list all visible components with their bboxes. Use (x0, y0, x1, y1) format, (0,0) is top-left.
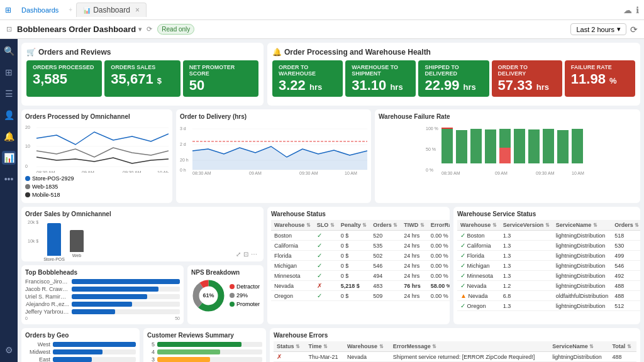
bobble-nps-row: Top Bobbleheads Francisco_Jiro M... Jaco… (21, 265, 264, 324)
processing-icon: 🔔 (272, 48, 282, 57)
svg-text:09 AM: 09 AM (495, 171, 508, 175)
left-col: Order Sales by Omnichannel 20k $ 10k $ (21, 207, 264, 324)
sidebar-search-icon[interactable]: 🔍 (2, 44, 16, 58)
svg-rect-37 (557, 130, 569, 163)
col-ws-warehouse[interactable]: Warehouse ⇅ (457, 220, 500, 231)
col-err-service[interactable]: ServiceName ⇅ (549, 341, 609, 352)
legend-mobile: Mobile-518 (25, 192, 169, 198)
sidebar-bell-icon[interactable]: 🔔 (2, 129, 16, 143)
dashboards-icon: ⊞ (5, 6, 11, 14)
second-bar: ⊡ Bobblenears Order Dashboard ▾ ⟳ Read o… (0, 20, 644, 39)
svg-rect-36 (543, 129, 554, 163)
tab-dashboards[interactable]: Dashboards (15, 4, 65, 16)
svg-text:09:30 AM: 09:30 AM (536, 171, 555, 175)
svg-text:10 AM: 10 AM (345, 171, 357, 175)
nps-donut-chart: 61% (191, 278, 226, 313)
col-err-message[interactable]: ErrorMessage ⇅ (390, 341, 550, 352)
table-row: ✓ Oregon1.3lightningDistribution512 (457, 301, 640, 311)
svg-text:50 %: 50 % (426, 147, 436, 151)
orders-kpi-row: Orders Processed 3,585 Orders Sales 35,6… (26, 60, 258, 97)
svg-rect-28 (441, 128, 453, 129)
col-err-status[interactable]: Status ⇅ (274, 341, 306, 352)
legend-store: Store-POS-2929 (25, 175, 169, 182)
copy-icon[interactable]: ⊡ (243, 251, 248, 258)
sidebar-chart-icon[interactable]: 📊 (2, 151, 16, 165)
col-err-time[interactable]: Time ⇅ (306, 341, 344, 352)
svg-text:100 %: 100 % (426, 126, 438, 131)
orders-icon: 🛒 (26, 48, 36, 57)
col-errorrate[interactable]: ErrorRate ⇅ (428, 220, 450, 231)
table-row: Michigan ✓ 0 $ 546 24 hrs 0.00 % (271, 261, 450, 271)
warehouse-to-shipment-card: Warehouse to Shipment 31.10 hrs (345, 60, 416, 97)
col-warehouse[interactable]: Warehouse ⇅ (271, 220, 314, 231)
order-to-warehouse-card: Order to Warehouse 3.22 hrs (272, 60, 343, 97)
top-bobbleheads-panel: Top Bobbleheads Francisco_Jiro M... Jaco… (21, 265, 184, 324)
warehouse-errors-table: Status ⇅ Time ⇅ Warehouse ⇅ ErrorMessage… (274, 341, 636, 362)
nps-legend-passive: 29% (230, 292, 260, 299)
processing-title: 🔔 Order Processing and Warehouse Health (272, 48, 635, 57)
sidebar-dot-icon[interactable]: ••• (2, 172, 16, 186)
list-item: West (25, 341, 136, 348)
sidebar: 🔍 ⊞ ☰ 👤 🔔 📊 ••• ⚙ (0, 39, 18, 362)
time-range-button[interactable]: Last 2 hours ▾ (570, 23, 626, 35)
shipped-to-delivered-card: Shipped to Delivered 22.99 hrs (418, 60, 489, 97)
order-sales-omni-panel: Order Sales by Omnichannel 20k $ 10k $ (21, 207, 264, 261)
col-err-total[interactable]: Total ⇅ (609, 341, 636, 352)
processing-kpi-row: Order to Warehouse 3.22 hrs Warehouse to… (272, 60, 635, 97)
svg-rect-35 (528, 129, 540, 163)
orders-processed-card: Orders Processed 3,585 (26, 60, 102, 97)
info-button[interactable]: ℹ (636, 5, 639, 15)
col-tiwd[interactable]: TIWD ⇅ (401, 220, 428, 231)
list-item: Francisco_Jiro M... (25, 278, 180, 285)
nps-legend-promoter: Promoter (230, 301, 260, 307)
expand-icon[interactable]: ⤢ (236, 251, 241, 258)
svg-rect-30 (470, 129, 482, 163)
sidebar-grid-icon[interactable]: ☰ (2, 87, 16, 101)
cloud-button[interactable]: ☁ (623, 5, 632, 15)
svg-text:10 AM: 10 AM (572, 171, 584, 175)
dropdown-arrow-icon[interactable]: ▾ (138, 26, 142, 33)
table-row: Oregon ✓ 0 $ 509 24 hrs 0.00 % (271, 291, 450, 301)
tab-row: ⊞ Dashboards + 📊 Dashboard × (5, 3, 147, 17)
omnichannel-chart-panel: Orders Processed by Omnichannel 20 10 0 (21, 109, 172, 203)
main-layout: 🔍 ⊞ ☰ 👤 🔔 📊 ••• ⚙ 🛒 Orders and Reviews (0, 39, 644, 362)
table-row: ✓ Boston1.3lightningDistribution518 (457, 231, 640, 241)
table-row: ✓ Michigan1.3lightningDistribution546 (457, 261, 640, 271)
svg-text:08:30 AM: 08:30 AM (192, 171, 211, 175)
col-err-warehouse[interactable]: Warehouse ⇅ (344, 341, 390, 352)
charts-row: Orders Processed by Omnichannel 20 10 0 (21, 109, 640, 203)
refresh-button[interactable]: ⟳ (630, 25, 638, 35)
failure-rate-chart: 100 % 50 % 0 % (379, 123, 636, 176)
svg-text:08:30 AM: 08:30 AM (36, 170, 55, 173)
svg-rect-32 (499, 129, 511, 148)
sidebar-settings-icon[interactable]: ⚙ (2, 343, 16, 357)
col-orders[interactable]: Orders ⇅ (370, 220, 401, 231)
table-row: ✗ Thu-Mar-21 Nevada Shipment service ret… (274, 352, 636, 362)
col-ws-version[interactable]: ServiceVersion ⇅ (500, 220, 553, 231)
col-slo[interactable]: SLO ⇅ (314, 220, 338, 231)
col-penalty[interactable]: Penalty ⇅ (338, 220, 370, 231)
sync-icon[interactable]: ⟳ (147, 25, 152, 33)
omnichannel-chart: 20 10 0 08:30 AM (25, 123, 169, 173)
table-row: Minnesota ✓ 0 $ 494 24 hrs 0.00 % (271, 271, 450, 281)
svg-text:09:30 AM: 09:30 AM (123, 170, 142, 173)
more-chart-icon[interactable]: ⋯ (251, 251, 257, 258)
svg-rect-29 (456, 130, 467, 163)
list-item: 3 (147, 356, 262, 362)
svg-text:09:30 AM: 09:30 AM (299, 171, 318, 175)
svg-text:09 AM: 09 AM (82, 170, 94, 173)
sidebar-user-icon[interactable]: 👤 (2, 108, 16, 122)
orders-geo-panel: Orders by Geo West Midwest East (21, 328, 140, 362)
svg-text:0: 0 (25, 164, 28, 168)
tab-dashboard[interactable]: 📊 Dashboard × (76, 3, 147, 17)
sidebar-home-icon[interactable]: ⊞ (2, 65, 16, 79)
warehouse-service-panel: Warehouse Service Status Warehouse ⇅ Ser… (453, 207, 640, 324)
tab-close-icon[interactable]: × (135, 6, 140, 14)
col-ws-name[interactable]: ServiceName ⇅ (553, 220, 612, 231)
svg-text:61%: 61% (203, 292, 214, 299)
col-ws-orders[interactable]: Orders ⇅ (611, 220, 640, 231)
list-item: Uriel S. Ramirez... (25, 293, 180, 300)
warehouse-status-table: Warehouse ⇅ SLO ⇅ Penalty ⇅ Orders ⇅ TIW… (271, 220, 450, 301)
orders-title: 🛒 Orders and Reviews (26, 48, 258, 57)
svg-marker-19 (192, 146, 367, 170)
